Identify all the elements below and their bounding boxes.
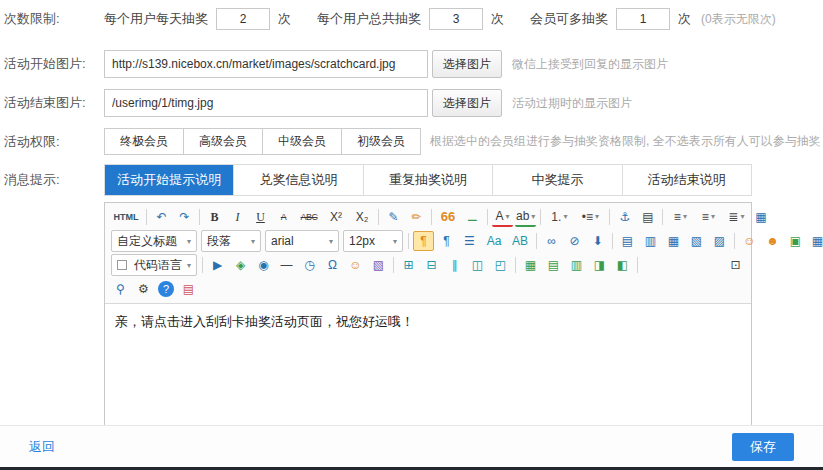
baidu-map-icon[interactable]: ◉ bbox=[253, 255, 274, 275]
chevron-down-icon: ▾ bbox=[531, 209, 535, 224]
table-delete-icon[interactable]: ▥ bbox=[640, 231, 661, 251]
emoji-icon[interactable]: ☻ bbox=[762, 231, 783, 251]
special-char-icon[interactable]: Ω bbox=[322, 255, 343, 275]
message-tab-5[interactable]: 活动结束说明 bbox=[622, 165, 751, 195]
chevron-down-icon: ▾ bbox=[329, 237, 333, 246]
toolbar-separator bbox=[146, 209, 147, 225]
back-link[interactable]: 返回 bbox=[29, 438, 55, 456]
page-break-icon[interactable]: ▤ bbox=[637, 207, 658, 227]
snapshot-icon[interactable]: ▦ bbox=[807, 231, 823, 251]
member-input[interactable] bbox=[616, 8, 670, 30]
cell-right-icon[interactable]: ◨ bbox=[589, 255, 610, 275]
underline-icon[interactable]: U bbox=[250, 207, 271, 227]
per-day-input[interactable] bbox=[216, 8, 270, 30]
table-col-icon[interactable]: ▥ bbox=[566, 255, 587, 275]
uppercase-icon[interactable]: AB bbox=[508, 231, 532, 251]
table-insert-icon[interactable]: ▤ bbox=[617, 231, 638, 251]
chevron-down-icon: ▾ bbox=[187, 237, 191, 246]
horizontal-rule-icon[interactable]: — bbox=[276, 255, 297, 275]
permission-option-4[interactable]: 初级会员 bbox=[341, 128, 421, 155]
help-icon[interactable]: ? bbox=[158, 281, 174, 297]
unlink-icon[interactable]: ⊘ bbox=[564, 231, 585, 251]
message-tab-4[interactable]: 中奖提示 bbox=[492, 165, 621, 195]
custom-title-select[interactable]: 自定义标题▾ bbox=[111, 230, 197, 252]
emoticon-icon[interactable]: ☺ bbox=[739, 231, 760, 251]
eraser-icon[interactable]: ✏ bbox=[406, 207, 427, 227]
activity-settings-form: 次数限制: 每个用户每天抽奖 次 每个用户总共抽奖 次 会员可多抽奖 次 (0表… bbox=[0, 0, 823, 453]
case-change-icon[interactable]: Aa bbox=[482, 231, 506, 251]
unordered-list-icon[interactable]: •≡▾ bbox=[575, 207, 605, 227]
draft-icon[interactable]: ▤ bbox=[178, 279, 199, 299]
table-full-icon[interactable]: ▦ bbox=[520, 255, 541, 275]
paragraph-select[interactable]: 段落▾ bbox=[201, 230, 261, 252]
text-direction-icon[interactable]: ☰ bbox=[459, 231, 480, 251]
video-icon[interactable]: ▶ bbox=[207, 255, 228, 275]
map-icon[interactable]: ◈ bbox=[230, 255, 251, 275]
spellcheck-icon[interactable]: ABC bbox=[296, 207, 322, 227]
split-cell-icon[interactable]: ◰ bbox=[490, 255, 511, 275]
insert-iframe-icon[interactable]: ▣ bbox=[785, 231, 806, 251]
table-props-icon[interactable]: ▦ bbox=[663, 231, 684, 251]
chevron-down-icon: ▾ bbox=[563, 207, 567, 227]
cell-left-icon[interactable]: ◧ bbox=[612, 255, 633, 275]
undo-icon[interactable]: ↶ bbox=[151, 207, 172, 227]
toolbar-separator bbox=[378, 209, 379, 225]
ordered-list-icon[interactable]: 1.▾ bbox=[545, 207, 573, 227]
link-icon[interactable]: ∞ bbox=[541, 231, 562, 251]
print-icon[interactable]: ⊡ bbox=[725, 255, 746, 275]
permission-option-2[interactable]: 高级会员 bbox=[183, 128, 263, 155]
align-left-icon[interactable]: ≡▾ bbox=[667, 207, 693, 227]
message-tab-2[interactable]: 兑奖信息说明 bbox=[233, 165, 362, 195]
format-brush-icon[interactable]: ✎ bbox=[383, 207, 404, 227]
indent-icon[interactable]: ¶ bbox=[413, 231, 434, 251]
search-replace-icon[interactable]: ⚲ bbox=[110, 279, 131, 299]
remove-format-icon[interactable]: ⚊ bbox=[462, 207, 483, 227]
superscript-icon[interactable]: X² bbox=[324, 207, 348, 227]
source-code-button[interactable]: HTML bbox=[110, 207, 142, 227]
merge-cells-icon[interactable]: ▧ bbox=[686, 231, 707, 251]
subscript-icon[interactable]: X₂ bbox=[350, 207, 374, 227]
dropdown-label: 代码语言 bbox=[134, 257, 182, 274]
delete-row-icon[interactable]: ⊟ bbox=[421, 255, 442, 275]
attachment-icon[interactable]: ⬇ bbox=[587, 231, 608, 251]
bold-icon[interactable]: B bbox=[204, 207, 225, 227]
checkbox[interactable] bbox=[117, 260, 127, 270]
split-cells-icon[interactable]: ▨ bbox=[709, 231, 730, 251]
line-height-icon[interactable]: ≣▾ bbox=[723, 207, 749, 227]
font-color-icon[interactable]: A▾ bbox=[492, 208, 513, 227]
start-image-pick-button[interactable]: 选择图片 bbox=[432, 50, 502, 78]
code-language-select[interactable]: 代码语言▾ bbox=[111, 254, 197, 276]
save-button[interactable]: 保存 bbox=[732, 433, 794, 461]
permission-option-3[interactable]: 中级会员 bbox=[262, 128, 342, 155]
anchor-icon[interactable]: ⚓ bbox=[614, 207, 635, 227]
message-tab-3[interactable]: 重复抽奖说明 bbox=[363, 165, 492, 195]
align-right-icon[interactable]: ≡▾ bbox=[695, 207, 721, 227]
emotion-icon[interactable]: ☺ bbox=[345, 255, 366, 275]
font-size-select[interactable]: 12px▾ bbox=[343, 230, 403, 252]
start-image-input[interactable] bbox=[104, 50, 428, 78]
strikethrough-icon[interactable]: A bbox=[273, 207, 294, 227]
total-label: 每个用户总共抽奖 bbox=[317, 10, 421, 28]
italic-icon[interactable]: I bbox=[227, 207, 248, 227]
font-family-select[interactable]: arial▾ bbox=[265, 230, 339, 252]
paragraph-ltr-icon[interactable]: ¶ bbox=[436, 231, 457, 251]
table-row-icon[interactable]: ▤ bbox=[543, 255, 564, 275]
insert-col-icon[interactable]: ∥ bbox=[444, 255, 465, 275]
message-tab-1[interactable]: 活动开始提示说明 bbox=[105, 165, 233, 195]
chart-icon[interactable]: ▧ bbox=[368, 255, 389, 275]
end-image-pick-button[interactable]: 选择图片 bbox=[432, 89, 502, 117]
new-page-icon[interactable]: ▦ bbox=[750, 207, 771, 227]
end-image-input[interactable] bbox=[104, 89, 428, 117]
total-input[interactable] bbox=[429, 8, 483, 30]
redo-icon[interactable]: ↷ bbox=[174, 207, 195, 227]
end-image-row: 活动结束图片: 选择图片 活动过期时的显示图片 bbox=[0, 89, 823, 117]
permission-option-1[interactable]: 终极会员 bbox=[104, 128, 184, 155]
chevron-down-icon: ▾ bbox=[740, 207, 744, 227]
unit3-label: 次 bbox=[678, 10, 691, 28]
blockquote-icon[interactable]: 66 bbox=[436, 207, 460, 227]
background-color-icon[interactable]: ab▾ bbox=[515, 208, 536, 227]
insert-row-icon[interactable]: ⊞ bbox=[398, 255, 419, 275]
merge-right-icon[interactable]: ◫ bbox=[467, 255, 488, 275]
check-icon[interactable]: ⚙ bbox=[133, 279, 154, 299]
date-time-icon[interactable]: ◷ bbox=[299, 255, 320, 275]
